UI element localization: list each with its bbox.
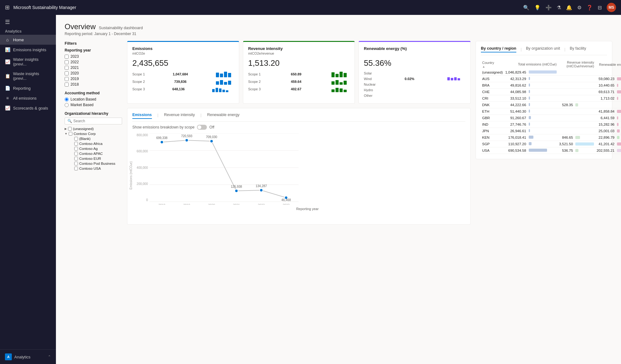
- tree-chevron-corp[interactable]: ▼: [65, 132, 67, 135]
- rev-scope2-row: Scope 2 459.64: [248, 79, 350, 85]
- chart-tabs: Emissions | Revenue intensity | Renewabl…: [132, 113, 465, 122]
- sidebar-item-home-label: Home: [13, 38, 24, 42]
- svg-text:2021: 2021: [233, 204, 240, 205]
- svg-rect-3: [228, 73, 231, 77]
- plus-icon[interactable]: ➕: [546, 5, 552, 11]
- wind-bars: [447, 77, 465, 81]
- user-avatar[interactable]: MS: [607, 3, 616, 12]
- country-name: JPN: [481, 128, 504, 134]
- search-icon[interactable]: 🔍: [523, 5, 529, 11]
- right-panel: By country / region | By organization un…: [476, 41, 612, 225]
- svg-text:2019: 2019: [183, 204, 190, 205]
- svg-rect-9: [216, 88, 218, 92]
- tab-by-facility[interactable]: By facility: [570, 46, 586, 52]
- kpi-cards-row: Emissions mtCO2e 2,435,655 Scope 1 1,047…: [127, 41, 471, 104]
- sidebar-item-home[interactable]: ⌂ Home: [0, 35, 56, 45]
- org-search-input[interactable]: [73, 119, 120, 123]
- sidebar-item-emissions-insights[interactable]: 📊 Emissions insights: [0, 45, 56, 55]
- tab-revenue-intensity[interactable]: Revenue intensity: [164, 113, 195, 119]
- table-row: DNK 44,222.66 528.35: [481, 102, 621, 108]
- sidebar-item-water-insights[interactable]: 📈 Water insights (previ...: [0, 55, 56, 69]
- svg-rect-1: [220, 74, 223, 77]
- sidebar-item-waste-insights[interactable]: 📋 Waste insights (previ...: [0, 69, 56, 83]
- svg-rect-21: [331, 89, 335, 92]
- country-name: BRA: [481, 82, 504, 89]
- tree-cb-usa[interactable]: [74, 167, 78, 170]
- year-2023[interactable]: 2023: [65, 54, 122, 59]
- svg-text:2018: 2018: [158, 204, 166, 205]
- svg-rect-20: [344, 81, 347, 85]
- tab-by-country[interactable]: By country / region: [481, 46, 516, 52]
- tree-checkbox-corp[interactable]: [69, 132, 72, 136]
- svg-text:699,338: 699,338: [156, 136, 168, 140]
- svg-rect-0: [216, 73, 219, 77]
- year-2022[interactable]: 2022: [65, 60, 122, 64]
- scope1-bars: [216, 71, 234, 77]
- table-row: CRI 33,512.10 1,713.02: [481, 95, 621, 102]
- svg-text:134,287: 134,287: [256, 184, 267, 188]
- left-panel: Filters Reporting year 2023 2022 2021 20…: [65, 41, 122, 225]
- year-2021[interactable]: 2021: [65, 65, 122, 70]
- tree-blank: (Blank): [69, 136, 122, 141]
- expand-icon: ⌃: [48, 355, 51, 359]
- breakdown-toggle[interactable]: [197, 125, 207, 130]
- reporting-period: Reporting period: January 1 - December 3…: [65, 32, 612, 36]
- tree-cb-africa[interactable]: [74, 142, 78, 146]
- org-search-box[interactable]: 🔍: [65, 118, 122, 124]
- revenue-kpi-card: Revenue intensity mtCO2e/revenue 1,513.2…: [243, 41, 355, 104]
- tree-checkbox-unassigned[interactable]: [68, 127, 72, 131]
- main-content: Overview Sustainability dashboard Report…: [56, 15, 621, 364]
- toggle-row: Show emissions breakdown by scope Off: [132, 125, 465, 130]
- emissions-insights-icon: 📊: [5, 47, 10, 52]
- tree-chevron[interactable]: ▶: [65, 127, 67, 130]
- location-based-radio[interactable]: Location Based: [65, 97, 122, 101]
- country-name: DNK: [481, 102, 504, 108]
- org-hierarchy-section: Organizational hierarchy 🔍 ▶ (unassigned…: [65, 111, 122, 171]
- tab-renewable-energy[interactable]: Renewable energy: [207, 113, 240, 119]
- tree-children-corp: (Blank) Contoso Africa Contoso Ag Contos…: [65, 136, 122, 171]
- col-emissions: Total emissions (mtCO₂e): [504, 60, 558, 69]
- help-icon[interactable]: ❓: [587, 5, 593, 11]
- tree-cb-ag[interactable]: [74, 147, 78, 151]
- bell-icon[interactable]: 🔔: [566, 5, 572, 11]
- svg-rect-4: [216, 81, 219, 85]
- solar-row: Solar: [364, 71, 465, 75]
- renewable-kpi-value: 55.36%: [364, 58, 465, 68]
- tree-cb-blank[interactable]: [74, 137, 78, 141]
- home-icon: ⌂: [5, 37, 10, 42]
- year-2020[interactable]: 2020: [65, 71, 122, 75]
- grid-icon[interactable]: ⊞: [5, 4, 10, 11]
- market-based-radio[interactable]: Market Based: [65, 103, 122, 107]
- tree-cb-pod[interactable]: [74, 162, 78, 165]
- org-hierarchy-label: Organizational hierarchy: [65, 111, 122, 116]
- settings-icon[interactable]: ⚙: [577, 5, 582, 11]
- x-axis-label: Reporting year: [149, 207, 465, 211]
- other-row: Other: [364, 93, 465, 98]
- tab-by-org[interactable]: By organization unit: [526, 46, 560, 52]
- wind-row: Wind 0.02%: [364, 77, 465, 81]
- y-axis-label: Emissions (mtCO₂e): [129, 161, 133, 190]
- tab-emissions[interactable]: Emissions: [132, 113, 152, 119]
- tree-cb-apac[interactable]: [74, 152, 78, 155]
- svg-rect-24: [344, 90, 347, 92]
- year-2018[interactable]: 2018: [65, 82, 122, 87]
- renewable-kpi-title: Renewable energy (%): [364, 46, 465, 51]
- tree-cb-eur[interactable]: [74, 157, 78, 160]
- hydro-row: Hydro: [364, 88, 465, 92]
- sidebar-item-scorecards[interactable]: 📈 Scorecards & goals: [0, 103, 56, 113]
- filters-section: Filters Reporting year 2023 2022 2021 20…: [65, 41, 122, 171]
- hamburger-icon[interactable]: ☰: [5, 19, 10, 25]
- year-2019[interactable]: 2019: [65, 77, 122, 81]
- rev-scope1-bars: [331, 71, 349, 77]
- accounting-section: Accounting method Location Based Market …: [65, 91, 122, 107]
- columns-icon[interactable]: ⊟: [598, 5, 602, 11]
- lightbulb-icon[interactable]: 💡: [534, 5, 541, 11]
- table-row: IND 27,746.76 15,282.96: [481, 121, 621, 128]
- sidebar-item-reporting[interactable]: 📄 Reporting: [0, 83, 56, 93]
- revenue-kpi-value: 1,513.20: [248, 58, 350, 68]
- col-revenue: Revenue intensity(mtCO₂e/revenue): [558, 60, 596, 69]
- tree-apac: Contoso APAC: [69, 151, 122, 156]
- sidebar-item-all-emissions[interactable]: ≡ All emissions: [0, 93, 56, 103]
- sidebar-bottom[interactable]: A Analytics ⌃: [0, 349, 56, 364]
- filter-icon[interactable]: ⚗: [557, 5, 561, 11]
